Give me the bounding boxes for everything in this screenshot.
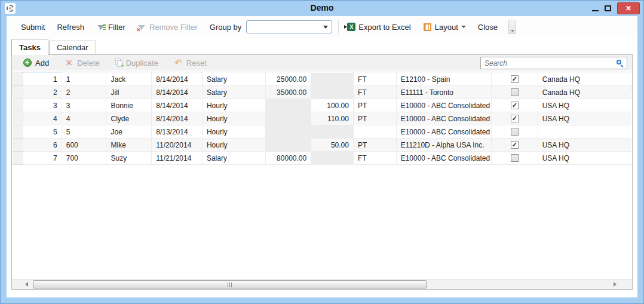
cell-start-date[interactable]: 8/13/2014 (152, 125, 203, 139)
group-by-combobox[interactable] (246, 20, 332, 33)
cell-name[interactable]: Mike (106, 139, 152, 152)
row-indicator[interactable] (13, 112, 23, 125)
cell-name[interactable]: Jill (106, 86, 152, 99)
cell-salary[interactable]: 25000.00 (266, 73, 311, 86)
cell-active[interactable]: ✓ (492, 99, 538, 112)
duplicate-button[interactable]: + Duplicate (112, 57, 162, 69)
cell-start-date[interactable]: 8/14/2014 (152, 99, 203, 112)
cell-start-date[interactable]: 11/20/2014 (152, 139, 203, 152)
cell-start-date[interactable]: 8/14/2014 (152, 86, 203, 99)
export-to-excel-button[interactable]: X Export to Excel (344, 21, 414, 33)
reset-button[interactable]: ↶ Reset (170, 57, 210, 69)
cell-entity[interactable]: E11111 - Toronto (397, 86, 492, 99)
cell-id[interactable]: 2 (23, 86, 62, 99)
cell-employee-number[interactable]: 4 (62, 112, 107, 125)
cell-employee-number[interactable]: 2 (62, 86, 107, 99)
tab-calendar[interactable]: Calendar (49, 41, 96, 55)
close-button[interactable]: Close (474, 21, 501, 33)
search-input[interactable] (481, 59, 616, 67)
table-row[interactable]: 11Jack8/14/2014Salary25000.00FTE12100 - … (13, 73, 631, 86)
cell-location[interactable]: USA HQ (538, 99, 631, 112)
checkbox-checked-icon[interactable]: ✓ (511, 141, 519, 149)
cell-employee-type[interactable]: Hourly (203, 112, 266, 125)
cell-employee-type[interactable]: Salary (203, 152, 266, 165)
row-indicator[interactable] (13, 125, 23, 139)
maximize-icon[interactable] (605, 5, 611, 11)
cell-id[interactable]: 3 (23, 99, 62, 112)
cell-employee-type[interactable]: Salary (203, 73, 266, 86)
cell-id[interactable]: 4 (23, 112, 62, 125)
checkbox-unchecked-icon[interactable] (511, 88, 519, 96)
checkbox-checked-icon[interactable]: ✓ (511, 115, 519, 122)
add-button[interactable]: + Add (19, 57, 53, 69)
scroll-left-icon[interactable] (25, 282, 28, 287)
cell-wage[interactable]: 50.00 (311, 139, 354, 152)
cell-location[interactable]: USA HQ (538, 112, 631, 125)
checkbox-checked-icon[interactable]: ✓ (511, 102, 519, 109)
cell-full-part-time[interactable]: FT (354, 152, 397, 165)
cell-wage[interactable]: 100.00 (311, 99, 354, 112)
cell-id[interactable]: 5 (23, 125, 62, 139)
cell-active[interactable]: ✓ (492, 139, 538, 152)
cell-employee-type[interactable]: Hourly (203, 139, 266, 152)
cell-salary[interactable] (266, 112, 311, 125)
table-row[interactable]: 33Bonnie8/14/2014Hourly100.00PTE10000 - … (13, 99, 631, 112)
toolbar-overflow-button[interactable] (508, 20, 516, 34)
cell-active[interactable] (492, 86, 538, 99)
cell-salary[interactable] (266, 125, 311, 139)
cell-wage[interactable] (311, 125, 354, 139)
row-indicator[interactable] (13, 86, 23, 99)
table-row[interactable]: 22Jill8/14/2014Salary35000.00FTE11111 - … (13, 86, 631, 99)
cell-full-part-time[interactable]: FT (354, 73, 397, 86)
refresh-button[interactable]: Refresh (53, 21, 88, 33)
cell-employee-number[interactable]: 3 (62, 99, 107, 112)
cell-full-part-time[interactable]: PT (354, 99, 397, 112)
cell-active[interactable]: ✓ (492, 73, 538, 86)
table-row[interactable]: 44Clyde8/14/2014Hourly110.00PTE10000 - A… (13, 112, 631, 125)
cell-id[interactable]: 6 (23, 139, 62, 152)
cell-salary[interactable]: 35000.00 (266, 86, 311, 99)
horizontal-scrollbar[interactable] (12, 279, 632, 289)
cell-location[interactable] (538, 125, 631, 139)
minimize-icon[interactable] (592, 10, 599, 11)
cell-start-date[interactable]: 11/21/2014 (152, 152, 203, 165)
tab-tasks[interactable]: Tasks (11, 39, 48, 55)
cell-salary[interactable]: 80000.00 (266, 152, 311, 165)
close-icon[interactable]: ✕ (617, 2, 640, 14)
cell-id[interactable]: 7 (23, 152, 62, 165)
remove-filter-button[interactable]: ✕ Remove Filter (134, 21, 201, 33)
cell-full-part-time[interactable] (354, 125, 397, 139)
cell-employee-number[interactable]: 5 (62, 125, 107, 139)
filter-button[interactable]: Filter (93, 21, 129, 33)
cell-active[interactable] (492, 125, 538, 139)
cell-employee-type[interactable]: Hourly (203, 99, 266, 112)
cell-name[interactable]: Suzy (106, 152, 152, 165)
cell-entity[interactable]: E10000 - ABC Consolidated (397, 125, 492, 139)
cell-employee-number[interactable]: 700 (62, 152, 107, 165)
checkbox-unchecked-icon[interactable] (511, 128, 519, 136)
scrollbar-thumb[interactable] (33, 280, 427, 288)
checkbox-checked-icon[interactable]: ✓ (511, 75, 519, 83)
layout-button[interactable]: Layout (419, 21, 470, 33)
cell-entity[interactable]: E11210D - Alpha USA Inc. (397, 139, 492, 152)
table-row[interactable]: 55Joe8/13/2014HourlyE10000 - ABC Consoli… (13, 125, 631, 139)
row-indicator[interactable] (13, 73, 23, 86)
delete-button[interactable]: ✕ Delete (61, 57, 103, 69)
cell-employee-type[interactable]: Salary (203, 86, 266, 99)
cell-location[interactable]: Canada HQ (538, 73, 631, 86)
cell-wage[interactable] (311, 86, 354, 99)
cell-location[interactable]: Canada HQ (538, 86, 631, 99)
titlebar[interactable]: Demo ✕ (1, 1, 643, 16)
cell-wage[interactable] (311, 73, 354, 86)
table-row[interactable]: 6600Mike11/20/2014Hourly50.00PTE11210D -… (13, 139, 631, 152)
cell-entity[interactable]: E12100 - Spain (397, 73, 492, 86)
cell-full-part-time[interactable]: FT (354, 86, 397, 99)
cell-name[interactable]: Clyde (106, 112, 152, 125)
scroll-right-icon[interactable] (614, 282, 617, 287)
cell-salary[interactable] (266, 99, 311, 112)
submit-button[interactable]: Submit (17, 21, 48, 33)
checkbox-unchecked-icon[interactable] (511, 154, 519, 162)
cell-salary[interactable] (266, 139, 311, 152)
cell-entity[interactable]: E10000 - ABC Consolidated (397, 99, 492, 112)
cell-entity[interactable]: E10000 - ABC Consolidated (397, 152, 492, 165)
